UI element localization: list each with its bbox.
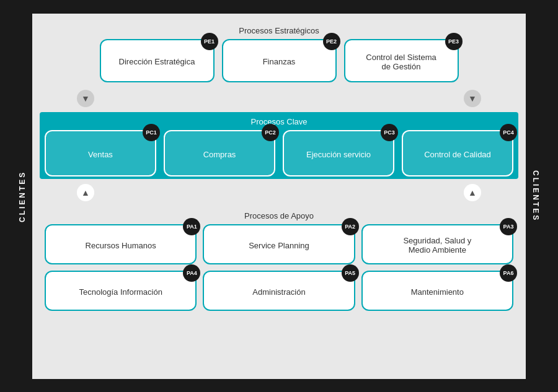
pc2-badge: PC2	[262, 124, 279, 141]
pa4-card: PA4 Tecnología Información	[45, 271, 197, 311]
pa2-label: Service Planning	[249, 241, 309, 250]
arrow-down-left: ▼	[77, 90, 94, 107]
clave-title: Procesos Clave	[45, 117, 513, 126]
arrow-up-right: ▲	[464, 184, 481, 201]
left-side-label: CLIENTES	[12, 14, 32, 379]
pe1-badge: PE1	[201, 33, 218, 50]
pe2-label: Finanzas	[263, 57, 296, 66]
pa4-label: Tecnología Información	[79, 287, 162, 297]
pe3-badge: PE3	[445, 33, 463, 50]
pa1-card: PA1 Recursos Humanos	[45, 224, 197, 264]
pa2-card: PA2 Service Planning	[203, 224, 355, 264]
apoyo-section: Procesos de Apoyo PA1 Recursos Humanos P…	[40, 206, 518, 313]
pa1-badge: PA1	[183, 218, 200, 235]
estrategicos-title: Procesos Estratégicos	[45, 26, 513, 35]
pa6-label: Mantenimiento	[411, 287, 464, 297]
pa3-label: Seguridad, Salud yMedio Ambiente	[403, 236, 471, 255]
pe3-label: Control del Sistemade Gestión	[366, 53, 436, 71]
clave-section: Procesos Clave PC1 Ventas PC2 Compras PC…	[40, 112, 518, 179]
estrategicos-section: Procesos Estratégicos PE1 Dirección Estr…	[40, 21, 518, 85]
arrow-down-right: ▼	[464, 90, 481, 107]
pc4-card: PC4 Control de Calidad	[402, 130, 513, 176]
pa6-card: PA6 Mantenimiento	[361, 271, 513, 311]
pc2-card: PC2 Compras	[164, 130, 275, 176]
main-diagram: CLIENTES Procesos Estratégicos PE1 Direc…	[12, 14, 546, 379]
pe2-badge: PE2	[323, 33, 340, 50]
pc1-card: PC1 Ventas	[45, 130, 156, 176]
arrows-down-row: ▼ ▼	[40, 90, 518, 107]
pa3-badge: PA3	[500, 218, 517, 235]
pe3-card: PE3 Control del Sistemade Gestión	[344, 39, 459, 82]
apoyo-title: Procesos de Apoyo	[45, 211, 513, 220]
pa5-label: Administración	[252, 287, 305, 297]
pc2-label: Compras	[203, 150, 236, 159]
estrategicos-cards-row: PE1 Dirección Estratégica PE2 Finanzas P…	[45, 39, 513, 82]
arrow-up-left: ▲	[77, 184, 94, 201]
pa1-label: Recursos Humanos	[86, 241, 156, 250]
arrows-up-row: ▲ ▲	[40, 184, 518, 201]
pa3-card: PA3 Seguridad, Salud yMedio Ambiente	[361, 224, 513, 264]
pc1-label: Ventas	[88, 150, 113, 159]
content-area: Procesos Estratégicos PE1 Dirección Estr…	[32, 14, 526, 379]
pc4-badge: PC4	[500, 124, 517, 141]
pc3-badge: PC3	[381, 124, 398, 141]
pe2-card: PE2 Finanzas	[222, 39, 337, 82]
pe1-card: PE1 Dirección Estratégica	[100, 39, 215, 82]
clave-cards-row: PC1 Ventas PC2 Compras PC3 Ejecución ser…	[45, 130, 513, 176]
pa5-badge: PA5	[342, 264, 359, 282]
pc3-card: PC3 Ejecución servicio	[283, 130, 394, 176]
pc3-label: Ejecución servicio	[306, 150, 371, 159]
pc4-label: Control de Calidad	[424, 150, 491, 159]
pa5-card: PA5 Administración	[203, 271, 355, 311]
pa6-badge: PA6	[500, 264, 517, 282]
right-side-label: CLIENTES	[526, 14, 546, 379]
pe1-label: Dirección Estratégica	[119, 57, 195, 66]
pa2-badge: PA2	[342, 218, 359, 235]
apoyo-cards-grid: PA1 Recursos Humanos PA2 Service Plannin…	[45, 224, 513, 311]
pa4-badge: PA4	[183, 264, 200, 282]
pc1-badge: PC1	[143, 124, 160, 141]
